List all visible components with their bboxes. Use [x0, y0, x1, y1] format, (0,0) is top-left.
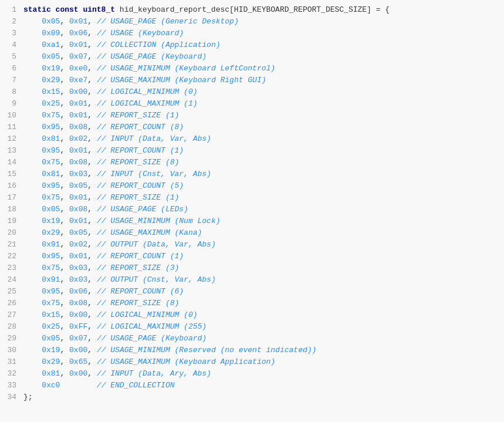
hex-token: 0x75: [42, 111, 60, 120]
comment-token: // USAGE_PAGE (Keyboard): [97, 334, 207, 343]
hex-token: 0xFF: [69, 322, 87, 331]
ident-token: ,: [60, 334, 69, 343]
hex-token: 0x75: [42, 264, 60, 272]
line-content: 0x05, 0x01, // USAGE_PAGE (Generic Deskt…: [23, 17, 239, 26]
comment-token: // USAGE_MINIMUM (Keyboard LeftControl): [97, 64, 275, 73]
ident-token: ,: [87, 299, 97, 308]
line-number: 3: [0, 29, 23, 38]
line-content: 0x91, 0x03, // OUTPUT (Cnst, Var, Abs): [23, 275, 216, 284]
line-content: 0x81, 0x03, // INPUT (Cnst, Var, Abs): [23, 170, 211, 178]
ident-token: [23, 17, 42, 26]
comment-token: // INPUT (Data, Var, Abs): [97, 134, 211, 143]
hex-token: 0x81: [42, 134, 60, 143]
comment-token: // LOGICAL_MINIMUM (0): [97, 310, 198, 319]
ident-token: ,: [60, 76, 69, 85]
hex-token: 0x02: [69, 240, 87, 249]
line-number: 25: [0, 287, 23, 296]
ident-token: [23, 146, 42, 155]
ident-token: ,: [87, 275, 97, 284]
line-number: 29: [0, 334, 23, 343]
ident-token: ,: [87, 264, 97, 272]
code-line: 21 0x91, 0x02, // OUTPUT (Data, Var, Abs…: [0, 239, 504, 251]
hex-token: 0x29: [42, 76, 60, 85]
comment-token: // USAGE_PAGE (LEDs): [97, 205, 188, 214]
code-line: 24 0x91, 0x03, // OUTPUT (Cnst, Var, Abs…: [0, 275, 504, 286]
code-line: 13 0x95, 0x01, // REPORT_COUNT (1): [0, 146, 504, 157]
ident-token: ,: [87, 17, 97, 26]
line-content: 0x95, 0x01, // REPORT_COUNT (1): [23, 252, 184, 261]
ident-token: ,: [60, 99, 69, 108]
code-line: 4 0xa1, 0x01, // COLLECTION (Application…: [0, 40, 504, 52]
ident-token: [23, 381, 42, 390]
ident-token: [23, 240, 42, 249]
ident-token: ,: [60, 146, 69, 155]
hex-token: 0xe7: [69, 76, 87, 85]
line-number: 14: [0, 158, 23, 167]
hex-token: 0x05: [42, 17, 60, 26]
ident-token: ,: [60, 123, 69, 131]
line-number: 28: [0, 322, 23, 331]
ident-token: ,: [60, 40, 69, 49]
comment-token: // INPUT (Cnst, Var, Abs): [97, 170, 211, 178]
line-number: 7: [0, 76, 23, 85]
ident-token: [23, 40, 42, 49]
ident-token: ,: [60, 287, 69, 296]
comment-token: // LOGICAL_MINIMUM (0): [97, 87, 198, 96]
comment-token: // REPORT_SIZE (1): [97, 111, 179, 120]
hex-token: 0x65: [69, 357, 87, 366]
line-content: 0x25, 0x01, // LOGICAL_MAXIMUM (1): [23, 99, 198, 108]
code-line: 11 0x95, 0x08, // REPORT_COUNT (8): [0, 122, 504, 134]
ident-token: [23, 134, 42, 143]
hex-token: 0x00: [69, 310, 87, 319]
ident-token: [23, 76, 42, 85]
ident-token: ,: [60, 111, 69, 120]
hex-token: 0x25: [42, 322, 60, 331]
ident-token: [23, 99, 42, 108]
code-line: 32 0x81, 0x00, // INPUT (Data, Ary, Abs): [0, 369, 504, 380]
hex-token: 0xa1: [42, 40, 60, 49]
line-content: 0x75, 0x08, // REPORT_SIZE (8): [23, 158, 179, 167]
line-content: 0x09, 0x06, // USAGE (Keyboard): [23, 29, 184, 38]
ident-token: ,: [87, 228, 97, 237]
code-line: 14 0x75, 0x08, // REPORT_SIZE (8): [0, 157, 504, 169]
line-content: 0x81, 0x02, // INPUT (Data, Var, Abs): [23, 134, 211, 143]
line-number: 23: [0, 264, 23, 272]
ident-token: ,: [87, 322, 97, 331]
hex-token: 0x02: [69, 134, 87, 143]
hex-token: 0x05: [42, 205, 60, 214]
ident-token: [23, 322, 42, 331]
hex-token: 0xe0: [69, 64, 87, 73]
ident-token: [23, 87, 42, 96]
ident-token: ,: [87, 99, 97, 108]
hex-token: 0x01: [69, 193, 87, 202]
ident-token: [23, 205, 42, 214]
ident-token: ,: [87, 252, 97, 261]
comment-token: // REPORT_COUNT (1): [97, 146, 184, 155]
ident-token: ,: [87, 87, 97, 96]
ident-token: ,: [87, 346, 97, 355]
ident-token: [23, 170, 42, 178]
comment-token: // INPUT (Data, Ary, Abs): [97, 369, 211, 378]
hex-token: 0x75: [42, 158, 60, 167]
hex-token: 0x25: [42, 99, 60, 108]
code-line: 31 0x29, 0x65, // USAGE_MAXIMUM (Keyboar…: [0, 357, 504, 369]
ident-token: [23, 181, 42, 190]
line-number: 8: [0, 87, 23, 96]
ident-token: ,: [87, 76, 97, 85]
hex-token: 0x01: [69, 146, 87, 155]
hex-token: 0x95: [42, 181, 60, 190]
ident-token: [23, 357, 42, 366]
hex-token: 0x08: [69, 158, 87, 167]
ident-token: ,: [60, 264, 69, 272]
code-line: 23 0x75, 0x03, // REPORT_SIZE (3): [0, 263, 504, 275]
comment-token: // END_COLLECTION: [97, 381, 175, 390]
line-content: 0x05, 0x07, // USAGE_PAGE (Keyboard): [23, 52, 207, 61]
hex-token: 0x81: [42, 369, 60, 378]
comment-token: // REPORT_COUNT (6): [97, 287, 184, 296]
ident-token: ,: [87, 158, 97, 167]
line-content: 0x05, 0x07, // USAGE_PAGE (Keyboard): [23, 334, 207, 343]
line-number: 27: [0, 310, 23, 319]
hex-token: 0x01: [69, 99, 87, 108]
keyword-token: static const uint8_t: [23, 5, 115, 14]
line-number: 11: [0, 123, 23, 131]
